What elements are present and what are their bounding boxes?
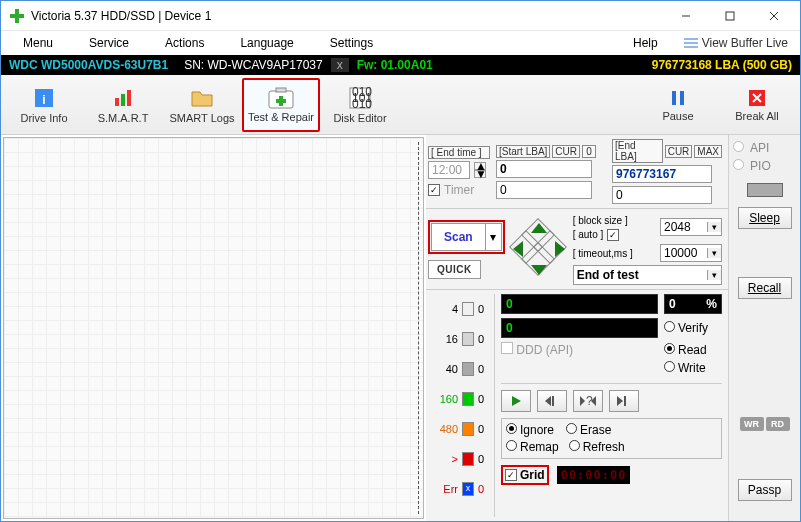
device-close-icon[interactable]: x — [331, 58, 349, 72]
auto-checkbox[interactable]: ✓ — [607, 229, 619, 241]
end-time-label: [ End time ] — [428, 146, 490, 159]
api-radio[interactable]: API — [733, 141, 796, 155]
grid-label: Grid — [520, 468, 545, 482]
window-title: Victoria 5.37 HDD/SSD | Device 1 — [31, 9, 664, 23]
write-radio-row[interactable]: Write — [664, 361, 722, 375]
smart-logs-button[interactable]: SMART Logs — [163, 78, 241, 132]
stop-icon — [747, 88, 767, 108]
workspace: [ End time ] ▲▼ ✓ Timer [Start LBA] CUR … — [1, 135, 800, 521]
device-sn: SN: WD-WCAV9AP17037 — [176, 58, 331, 72]
test-repair-button[interactable]: Test & Repair — [242, 78, 320, 132]
menu-menu[interactable]: Menu — [5, 32, 71, 54]
nav-right[interactable] — [555, 241, 565, 257]
view-buffer-live[interactable]: View Buffer Live — [676, 36, 796, 50]
ignore-radio[interactable]: Ignore — [506, 423, 554, 437]
menu-settings[interactable]: Settings — [312, 32, 391, 54]
svg-marker-33 — [617, 396, 623, 406]
info-icon: i — [32, 86, 56, 110]
passp-button[interactable]: Passp — [738, 479, 792, 501]
erase-radio[interactable]: Erase — [566, 423, 611, 437]
end-lba-field-2[interactable] — [612, 186, 712, 204]
grid-checkbox[interactable]: ✓ — [505, 469, 517, 481]
end-lba-field[interactable] — [612, 165, 712, 183]
svg-text:i: i — [42, 93, 45, 107]
svg-rect-13 — [127, 90, 131, 106]
pause-button[interactable]: Pause — [639, 78, 717, 132]
end-time-spinner[interactable]: ▲▼ — [474, 162, 486, 178]
svg-rect-1 — [10, 14, 24, 18]
end-lba-label: [End LBA] — [612, 139, 663, 163]
device-model: WDC WD5000AVDS-63U7B1 — [1, 58, 176, 72]
svg-rect-15 — [276, 88, 286, 92]
timeout-combo[interactable]: 10000▾ — [660, 244, 722, 262]
timer-checkbox[interactable]: ✓ — [428, 184, 440, 196]
recall-button[interactable]: Recall — [738, 277, 792, 299]
device-strip: WDC WD5000AVDS-63U7B1 SN: WD-WCAV9AP1703… — [1, 55, 800, 75]
minimize-button[interactable] — [664, 2, 708, 30]
app-icon — [9, 8, 25, 24]
sleep-button[interactable]: Sleep — [738, 207, 792, 229]
disk-editor-button[interactable]: 010111010001001 Disk Editor — [321, 78, 399, 132]
skip-button[interactable]: ? — [573, 390, 603, 412]
folder-icon — [190, 86, 214, 110]
nav-down[interactable] — [531, 265, 547, 275]
pio-radio[interactable]: PIO — [733, 159, 796, 173]
scan-grid — [4, 138, 423, 518]
block-size-label: [ block size ] — [573, 215, 628, 226]
speed-row-4: 40 — [428, 298, 488, 320]
menu-help[interactable]: Help — [615, 32, 676, 54]
quick-button[interactable]: QUICK — [428, 260, 481, 279]
control-panel: [ End time ] ▲▼ ✓ Timer [Start LBA] CUR … — [426, 135, 728, 521]
auto-label: [ auto ] — [573, 229, 604, 240]
start-lba-field-2[interactable] — [496, 181, 592, 199]
play-icon — [510, 395, 522, 407]
svg-rect-23 — [680, 91, 684, 105]
skip-icon: ? — [580, 395, 596, 407]
mode-indicator — [747, 183, 783, 197]
verify-radio-row[interactable]: Verify — [664, 321, 722, 335]
break-all-button[interactable]: Break All — [718, 78, 796, 132]
menu-service[interactable]: Service — [71, 32, 147, 54]
forward-button[interactable] — [609, 390, 639, 412]
read-radio-row[interactable]: Read — [664, 343, 722, 357]
drive-info-button[interactable]: i Drive Info — [5, 78, 83, 132]
forward-icon — [617, 395, 631, 407]
menu-actions[interactable]: Actions — [147, 32, 222, 54]
toolbar: i Drive Info S.M.A.R.T SMART Logs Test &… — [1, 75, 800, 135]
cur-button-2[interactable]: CUR — [665, 145, 693, 158]
maximize-button[interactable] — [708, 2, 752, 30]
speed-row-16: 160 — [428, 328, 488, 350]
block-size-combo[interactable]: 2048▾ — [660, 218, 722, 236]
ddd-label: DDD (API) — [516, 343, 573, 357]
speed-row-480: 4800 — [428, 418, 488, 440]
cur-button-1[interactable]: CUR — [552, 145, 580, 158]
svg-rect-11 — [115, 98, 119, 106]
zero-button-1[interactable]: 0 — [582, 145, 596, 158]
speed-row-err: Errx0 — [428, 478, 488, 500]
svg-text:01001: 01001 — [352, 97, 372, 110]
device-fw: Fw: 01.00A01 — [349, 58, 441, 72]
refresh-radio[interactable]: Refresh — [569, 440, 625, 454]
speed-row-slow: >0 — [428, 448, 488, 470]
start-lba-label: [Start LBA] — [496, 145, 550, 158]
play-button[interactable] — [501, 390, 531, 412]
rewind-button[interactable] — [537, 390, 567, 412]
svg-rect-3 — [726, 12, 734, 20]
ddd-checkbox[interactable] — [501, 342, 513, 354]
end-of-test-combo[interactable]: End of test▾ — [573, 265, 722, 285]
menu-language[interactable]: Language — [222, 32, 311, 54]
svg-marker-28 — [545, 396, 551, 406]
timer-label: Timer — [444, 183, 474, 197]
remap-radio[interactable]: Remap — [506, 440, 559, 454]
progress-box-1: 0 — [501, 294, 658, 314]
nav-left[interactable] — [513, 241, 523, 257]
scan-dropdown[interactable]: ▾ — [486, 223, 502, 251]
menubar: Menu Service Actions Language Settings H… — [1, 31, 800, 55]
scan-button[interactable]: Scan — [431, 223, 486, 251]
close-button[interactable] — [752, 2, 796, 30]
nav-up[interactable] — [531, 223, 547, 233]
max-button[interactable]: MAX — [694, 145, 722, 158]
end-time-field[interactable] — [428, 161, 470, 179]
smart-button[interactable]: S.M.A.R.T — [84, 78, 162, 132]
start-lba-field[interactable] — [496, 160, 592, 178]
